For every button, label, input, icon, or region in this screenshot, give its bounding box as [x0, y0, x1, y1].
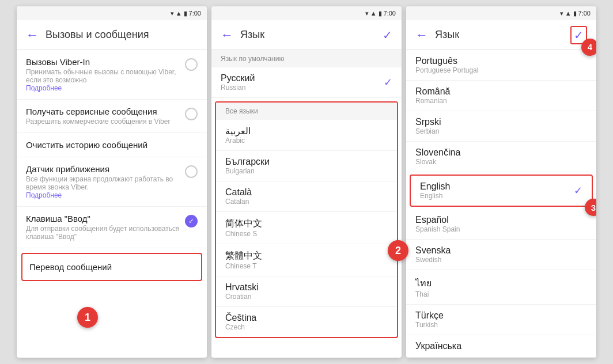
lang-croatian[interactable]: Hrvatski Croatian — [216, 276, 397, 307]
lang-chinese-s[interactable]: 简体中文 Chinese S — [216, 212, 397, 244]
lang-english-sub: English — [420, 192, 450, 200]
step-badge-2: 2 — [388, 240, 408, 261]
status-icons-3: ▾ ▲ ▮ 7:00 — [560, 10, 591, 17]
lang-english-name: English — [420, 181, 450, 192]
wifi-icon-3: ▾ — [560, 10, 563, 17]
wifi-icon-2: ▾ — [365, 10, 369, 17]
wifi-icon: ▾ — [171, 10, 174, 17]
lang-spanish-sub: Spanish Spain — [415, 225, 460, 233]
enter-key-item[interactable]: Клавиша "Ввод" Для отправки сообщения бу… — [17, 207, 207, 248]
lang-ukrainian-name: Українська — [415, 341, 461, 351]
app-bar-2: ← Язык ✓ — [211, 20, 402, 50]
check-button-2[interactable]: ✓ — [383, 28, 392, 42]
signal-icon: ▲ — [176, 10, 182, 17]
lang-spanish-name: Español — [415, 215, 460, 225]
lang-catalan[interactable]: Català Catalan — [216, 181, 397, 212]
lang-thai-sub: Thai — [415, 290, 432, 298]
default-lang-name: Русский — [221, 73, 255, 84]
time-3: 7:00 — [578, 10, 591, 17]
enter-key-subtitle: Для отправки сообщения будет использоват… — [26, 225, 180, 241]
proximity-toggle[interactable] — [185, 165, 198, 178]
lang-turkish[interactable]: Türkçe Turkish — [406, 305, 596, 335]
lang-czech-name: Čeština — [225, 313, 256, 323]
lang-chinese-s-name: 简体中文 — [225, 218, 262, 230]
time-1: 7:00 — [189, 10, 201, 17]
back-button-1[interactable]: ← — [26, 28, 39, 43]
battery-icon-3: ▮ — [573, 10, 577, 17]
default-lang-item[interactable]: Русский Russian ✓ — [211, 67, 402, 98]
service-messages-subtitle: Разрешить коммерческие сообщения в Viber — [26, 117, 180, 126]
proximity-item[interactable]: Датчик приближения Все функции экрана пр… — [17, 157, 207, 207]
check-area-3: ✓ 4 — [570, 26, 587, 44]
lang-turkish-name: Türkçe — [415, 310, 444, 321]
lang-chinese-s-sub: Chinese S — [225, 230, 262, 238]
phone-screen-1: ▾ ▲ ▮ 7:00 ← Вызовы и сообщения Вызовы V… — [17, 6, 207, 358]
screen1-title: Вызовы и сообщения — [46, 29, 198, 41]
lang-catalan-sub: Catalan — [225, 198, 252, 206]
screen2-content: Язык по умолчанию Русский Russian ✓ Все … — [211, 50, 402, 358]
lang-chinese-t[interactable]: 繁體中文 Chinese T — [216, 244, 397, 276]
lang-thai[interactable]: ไทย Thai — [406, 270, 596, 305]
lang-slovak-name: Slovenčina — [415, 147, 460, 158]
lang-serbian[interactable]: Srpski Serbian — [406, 111, 596, 142]
lang-serbian-name: Srpski — [415, 117, 441, 127]
lang-english[interactable]: English English ✓ — [411, 176, 592, 206]
screen1: ▾ ▲ ▮ 7:00 ← Вызовы и сообщения Вызовы V… — [17, 6, 207, 358]
lang-arabic-sub: Arabic — [225, 136, 251, 145]
lang-slovak-sub: Slovak — [415, 158, 460, 166]
lang-serbian-sub: Serbian — [415, 127, 441, 135]
status-bar-2: ▾ ▲ ▮ 7:00 — [211, 6, 402, 20]
lang-romanian-name: Română — [415, 86, 450, 97]
viber-in-item[interactable]: Вызовы Viber-In Принимать обычные вызовы… — [17, 50, 207, 100]
clear-history-title: Очистить историю сообщений — [26, 140, 198, 150]
lang-arabic[interactable]: العربية Arabic — [216, 120, 397, 151]
status-bar-1: ▾ ▲ ▮ 7:00 — [17, 6, 207, 20]
lang-bulgarian[interactable]: Български Bulgarian — [216, 151, 397, 181]
lang-slovak[interactable]: Slovenčina Slovak — [406, 142, 596, 172]
lang-romanian-sub: Romanian — [415, 97, 450, 105]
time-2: 7:00 — [384, 10, 396, 17]
service-messages-item[interactable]: Получать сервисные сообщения Разрешить к… — [17, 100, 207, 133]
service-messages-title: Получать сервисные сообщения — [26, 107, 180, 116]
viber-in-toggle[interactable] — [185, 58, 198, 71]
clear-history-item[interactable]: Очистить историю сообщений — [17, 133, 207, 157]
lang-catalan-name: Català — [225, 187, 252, 198]
viber-in-link[interactable]: Подробнее — [26, 84, 180, 92]
translate-title: Перевод сообщений — [29, 262, 194, 272]
lang-ukrainian[interactable]: Українська — [406, 335, 596, 358]
lang-croatian-sub: Croatian — [225, 293, 259, 301]
english-highlighted: English English ✓ 3 — [410, 175, 593, 207]
step-badge-4: 4 — [581, 39, 596, 56]
lang-spanish[interactable]: Español Spanish Spain — [406, 209, 596, 240]
lang-turkish-sub: Turkish — [415, 321, 444, 329]
english-check: ✓ — [574, 184, 582, 197]
back-button-2[interactable]: ← — [221, 28, 233, 43]
back-button-3[interactable]: ← — [415, 28, 428, 43]
service-messages-toggle[interactable] — [185, 108, 198, 120]
lang-swedish[interactable]: Svenska Swedish — [406, 240, 596, 270]
enter-key-title: Клавиша "Ввод" — [26, 214, 180, 223]
lang-portuguese-sub: Portuguese Portugal — [415, 66, 478, 74]
signal-icon-3: ▲ — [565, 10, 572, 17]
lang-portuguese[interactable]: Português Portuguese Portugal — [406, 50, 596, 81]
lang-romanian[interactable]: Română Romanian — [406, 81, 596, 111]
screen1-content: Вызовы Viber-In Принимать обычные вызовы… — [17, 50, 207, 358]
lang-swedish-sub: Swedish — [415, 256, 451, 264]
proximity-subtitle: Все функции экрана продолжают работать в… — [26, 175, 180, 191]
all-section-header: Все языки — [216, 103, 397, 120]
lang-croatian-name: Hrvatski — [225, 282, 259, 293]
enter-key-toggle[interactable]: ✓ — [185, 215, 198, 227]
translate-item[interactable]: Перевод сообщений — [21, 253, 202, 281]
lang-bulgarian-name: Български — [225, 157, 270, 167]
status-bar-3: ▾ ▲ ▮ 7:00 — [406, 6, 596, 20]
lang-czech[interactable]: Čeština Czech — [216, 307, 397, 337]
app-bar-1: ← Вызовы и сообщения — [17, 20, 207, 50]
lang-czech-sub: Czech — [225, 323, 256, 331]
lang-thai-name: ไทย — [415, 276, 432, 290]
battery-icon-2: ▮ — [379, 10, 382, 17]
battery-icon: ▮ — [184, 10, 187, 17]
proximity-title: Датчик приближения — [26, 164, 180, 174]
phone-screen-2: ▾ ▲ ▮ 7:00 ← Язык ✓ Язык по умолчанию Ру… — [211, 6, 402, 358]
proximity-link[interactable]: Подробнее — [26, 191, 180, 199]
lang-portuguese-name: Português — [415, 56, 478, 66]
